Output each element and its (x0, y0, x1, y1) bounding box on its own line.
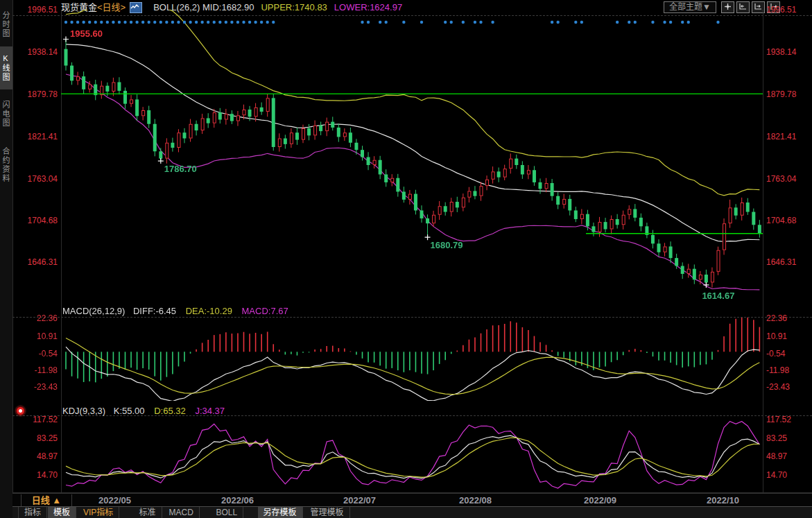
axis-label: 14.70 (15, 471, 58, 479)
alert-indicator-icon[interactable] (16, 406, 25, 415)
axis-label: 1704.68 (15, 216, 58, 225)
axis-label: 117.52 (766, 415, 811, 424)
axis-label: 1646.31 (766, 258, 811, 266)
axis-label: 1821.41 (766, 132, 811, 141)
axis-label: 14.70 (766, 471, 811, 479)
bottom-tab-3[interactable]: 标准 (134, 507, 162, 518)
kdj-j-value: J:34.37 (195, 406, 225, 416)
axis-label: 48.97 (15, 452, 58, 460)
price-annotation: 1680.79 (431, 240, 463, 250)
axis-label: 10.91 (766, 332, 811, 340)
chart-type-sidebar: 分时图K线图闪电图合约资料 (0, 0, 13, 518)
macd-panel-canvas[interactable] (61, 318, 763, 401)
axis-label: -23.43 (15, 383, 58, 391)
sidebar-item-2[interactable]: 闪电图 (0, 92, 12, 135)
kdj-header: KDJ(9,3,3) K:55.00 D:65.32 J:34.37 (62, 406, 225, 416)
axis-label: -11.98 (766, 366, 811, 374)
axis-label: 83.25 (766, 434, 811, 442)
axis-label: 1996.51 (15, 6, 58, 14)
axis-label: -0.54 (15, 349, 58, 358)
bottom-tab-0[interactable]: 指标 (18, 507, 47, 518)
date-axis-label: 2022/08 (459, 495, 492, 506)
sidebar-item-1[interactable]: K线图 (0, 46, 12, 89)
axis-label: -0.54 (766, 349, 811, 358)
axis-label: 1763.04 (15, 175, 58, 183)
date-axis-label: 2022/06 (221, 495, 254, 506)
axis-label: 1763.04 (766, 175, 811, 183)
axis-label: 1996.51 (766, 6, 811, 14)
bottom-tab-6[interactable]: 另存模板 (258, 507, 303, 518)
axis-label: 1938.14 (15, 48, 58, 56)
sidebar-item-3[interactable]: 合约资料 (0, 137, 12, 193)
axis-label: 1879.78 (15, 90, 58, 98)
macd-title: MACD(26,12,9) (62, 306, 125, 316)
date-axis-bar: 日线 ▲ 2022/052022/062022/072022/082022/09… (12, 493, 812, 507)
bottom-tab-bar: 指标模板VIP指标标准MACDBOLL另存模板管理模板 (12, 506, 812, 518)
axis-label: -23.43 (766, 383, 811, 391)
kdj-title: KDJ(9,3,3) (62, 406, 105, 416)
bottom-tab-4[interactable]: MACD (164, 507, 200, 518)
kdj-k-value: K:55.00 (114, 406, 145, 416)
axis-label: 117.52 (15, 415, 58, 424)
price-annotation: 1955.60 (70, 28, 103, 39)
bottom-tab-2[interactable]: VIP指标 (78, 507, 119, 518)
kdj-panel-canvas[interactable] (61, 416, 763, 489)
axis-label: 1704.68 (766, 216, 811, 225)
macd-header: MACD(26,12,9) DIFF:-6.45 DEA:-10.29 MACD… (62, 306, 288, 316)
axis-label: 1646.31 (15, 258, 58, 266)
bottom-tab-1[interactable]: 模板 (48, 507, 76, 518)
main-chart-canvas[interactable] (61, 10, 763, 315)
axis-label: 10.91 (15, 332, 58, 340)
date-axis-label: 2022/05 (98, 495, 131, 506)
chart-app-window: 分时图K线图闪电图合约资料 现货黄金<日线>BOLL(26,2) MID:168… (0, 0, 812, 518)
bottom-tab-7[interactable]: 管理模板 (305, 507, 350, 518)
axis-label: 1938.14 (766, 48, 811, 56)
plot-right-border (763, 10, 763, 492)
axis-label: 83.25 (15, 434, 58, 442)
price-annotation: 1614.67 (702, 291, 734, 301)
bottom-tab-5[interactable]: BOLL (211, 507, 244, 518)
date-axis-label: 2022/07 (343, 495, 376, 506)
sidebar-item-0[interactable]: 分时图 (0, 3, 12, 46)
period-selector[interactable]: 日线 ▲ (21, 494, 72, 506)
date-axis-label: 2022/10 (707, 495, 739, 506)
date-axis-label: 2022/09 (584, 495, 616, 506)
axis-label: 22.36 (766, 314, 811, 322)
macd-diff-value: DIFF:-6.45 (133, 306, 176, 316)
macd-value: MACD:7.67 (242, 306, 288, 316)
axis-label: 22.36 (15, 314, 58, 322)
axis-label: 1879.78 (766, 90, 811, 98)
axis-label: -11.98 (15, 366, 58, 374)
price-annotation: 1786.70 (164, 164, 197, 174)
axis-label: 48.97 (766, 452, 811, 460)
macd-dea-value: DEA:-10.29 (186, 306, 232, 316)
kdj-d-value: D:65.32 (154, 406, 186, 416)
axis-label: 1821.41 (15, 132, 58, 141)
